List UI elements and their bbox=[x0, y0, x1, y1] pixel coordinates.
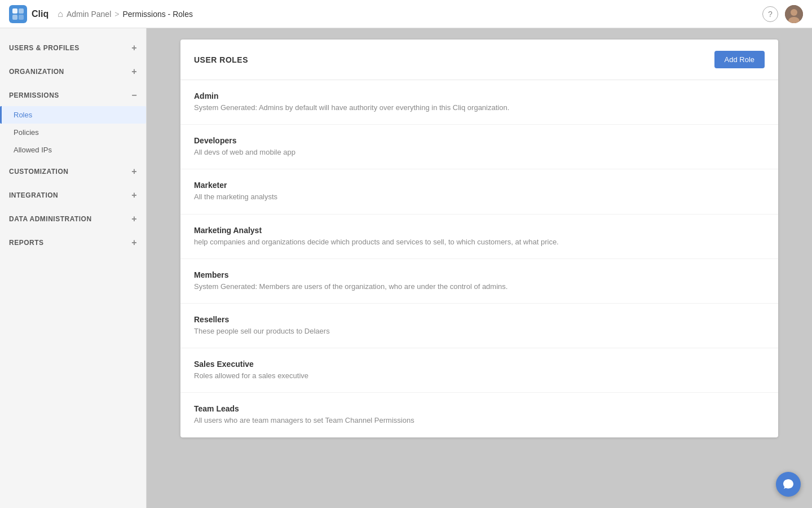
sidebar-section-header-permissions[interactable]: PERMISSIONS − bbox=[0, 85, 146, 106]
user-roles-panel: USER ROLES Add Role Admin System Generat… bbox=[180, 40, 778, 437]
avatar[interactable] bbox=[785, 5, 803, 23]
header-right: ? bbox=[762, 5, 803, 23]
role-name-marketing-analyst: Marketing Analyst bbox=[194, 226, 765, 235]
role-desc-resellers: These people sell our products to Delaer… bbox=[194, 326, 765, 336]
plus-icon-data-administration: + bbox=[131, 214, 137, 224]
sidebar-item-policies[interactable]: Policies bbox=[0, 124, 146, 141]
main-layout: USERS & PROFILES + ORGANIZATION + PERMIS… bbox=[0, 28, 812, 508]
svg-rect-0 bbox=[12, 8, 17, 14]
sidebar-item-roles[interactable]: Roles bbox=[0, 106, 146, 124]
role-item-admin[interactable]: Admin System Generated: Admins by defaul… bbox=[180, 80, 778, 125]
sidebar-section-reports: REPORTS + bbox=[0, 232, 146, 253]
svg-point-5 bbox=[791, 9, 797, 16]
logo-text: Cliq bbox=[32, 9, 48, 19]
role-desc-marketer: All the marketing analysts bbox=[194, 192, 765, 202]
cliq-logo-icon bbox=[9, 5, 27, 23]
role-desc-marketing-analyst: help companies and organizations decide … bbox=[194, 237, 765, 247]
sidebar-section-customization: CUSTOMIZATION + bbox=[0, 161, 146, 182]
breadcrumb: ⌂ Admin Panel > Permissions - Roles bbox=[58, 9, 193, 19]
sidebar-section-label-permissions: PERMISSIONS bbox=[9, 91, 59, 99]
plus-icon-integration: + bbox=[131, 190, 137, 200]
sidebar-section-permissions: PERMISSIONS − Roles Policies Allowed IPs bbox=[0, 85, 146, 159]
top-header: Cliq ⌂ Admin Panel > Permissions - Roles… bbox=[0, 0, 812, 28]
sidebar-section-header-organization[interactable]: ORGANIZATION + bbox=[0, 61, 146, 82]
sidebar-section-label-customization: CUSTOMIZATION bbox=[9, 168, 68, 176]
panel-header: USER ROLES Add Role bbox=[180, 40, 778, 80]
sidebar-section-label-integration: INTEGRATION bbox=[9, 191, 58, 199]
sidebar-section-integration: INTEGRATION + bbox=[0, 185, 146, 206]
sidebar-section-label-reports: REPORTS bbox=[9, 239, 44, 247]
role-item-marketer[interactable]: Marketer All the marketing analysts bbox=[180, 169, 778, 214]
role-item-sales-executive[interactable]: Sales Executive Roles allowed for a sale… bbox=[180, 348, 778, 393]
svg-rect-1 bbox=[19, 8, 24, 14]
role-name-sales-executive: Sales Executive bbox=[194, 360, 765, 369]
sidebar-section-organization: ORGANIZATION + bbox=[0, 61, 146, 82]
plus-icon-organization: + bbox=[131, 67, 137, 77]
role-item-team-leads[interactable]: Team Leads All users who are team manage… bbox=[180, 393, 778, 437]
chat-button[interactable] bbox=[776, 472, 801, 497]
svg-rect-2 bbox=[12, 15, 17, 20]
role-name-team-leads: Team Leads bbox=[194, 404, 765, 413]
sidebar-section-header-integration[interactable]: INTEGRATION + bbox=[0, 185, 146, 206]
help-icon[interactable]: ? bbox=[762, 6, 778, 22]
plus-icon-customization: + bbox=[131, 167, 137, 177]
sidebar-section-data-administration: DATA ADMINISTRATION + bbox=[0, 208, 146, 230]
sidebar-section-header-data-administration[interactable]: DATA ADMINISTRATION + bbox=[0, 208, 146, 230]
sidebar-section-label-users-profiles: USERS & PROFILES bbox=[9, 44, 80, 52]
sidebar-section-label-organization: ORGANIZATION bbox=[9, 68, 64, 76]
role-item-marketing-analyst[interactable]: Marketing Analyst help companies and org… bbox=[180, 214, 778, 259]
role-desc-developers: All devs of web and mobile app bbox=[194, 147, 765, 157]
sidebar: USERS & PROFILES + ORGANIZATION + PERMIS… bbox=[0, 28, 147, 508]
sidebar-section-label-data-administration: DATA ADMINISTRATION bbox=[9, 215, 92, 223]
role-name-admin: Admin bbox=[194, 91, 765, 100]
sidebar-section-users-profiles: USERS & PROFILES + bbox=[0, 37, 146, 59]
sidebar-section-header-reports[interactable]: REPORTS + bbox=[0, 232, 146, 253]
logo-area: Cliq bbox=[9, 5, 48, 23]
role-desc-admin: System Generated: Admins by default will… bbox=[194, 103, 765, 113]
role-desc-sales-executive: Roles allowed for a sales executive bbox=[194, 371, 765, 381]
minus-icon-permissions: − bbox=[131, 90, 137, 100]
plus-icon-reports: + bbox=[131, 238, 137, 248]
panel-title: USER ROLES bbox=[194, 55, 248, 64]
sidebar-item-allowed-ips[interactable]: Allowed IPs bbox=[0, 141, 146, 159]
role-name-developers: Developers bbox=[194, 136, 765, 145]
add-role-button[interactable]: Add Role bbox=[714, 51, 765, 68]
role-desc-members: System Generated: Members are users of t… bbox=[194, 282, 765, 292]
role-desc-team-leads: All users who are team managers to set T… bbox=[194, 415, 765, 426]
role-name-members: Members bbox=[194, 270, 765, 279]
role-name-resellers: Resellers bbox=[194, 315, 765, 324]
role-item-developers[interactable]: Developers All devs of web and mobile ap… bbox=[180, 125, 778, 169]
breadcrumb-current: Permissions - Roles bbox=[122, 10, 192, 19]
breadcrumb-admin-panel: Admin Panel bbox=[67, 10, 111, 19]
breadcrumb-separator: > bbox=[114, 10, 119, 19]
role-item-members[interactable]: Members System Generated: Members are us… bbox=[180, 259, 778, 304]
svg-rect-3 bbox=[19, 15, 24, 20]
sidebar-section-header-customization[interactable]: CUSTOMIZATION + bbox=[0, 161, 146, 182]
home-icon: ⌂ bbox=[58, 9, 63, 19]
role-name-marketer: Marketer bbox=[194, 181, 765, 190]
content-area: USER ROLES Add Role Admin System Generat… bbox=[147, 28, 812, 508]
plus-icon-users-profiles: + bbox=[131, 43, 137, 53]
role-item-resellers[interactable]: Resellers These people sell our products… bbox=[180, 304, 778, 348]
sidebar-section-header-users-profiles[interactable]: USERS & PROFILES + bbox=[0, 37, 146, 59]
